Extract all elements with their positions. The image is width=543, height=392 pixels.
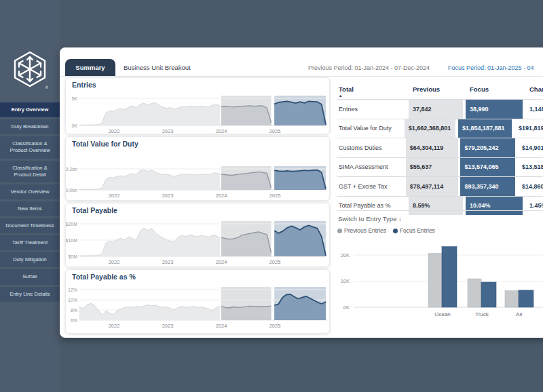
sidebar-item-entry-line-details[interactable]: Entry Line Details [0, 287, 60, 302]
svg-text:12%: 12% [68, 288, 77, 292]
legend-item-focus-entries[interactable]: Focus Entries [393, 227, 435, 234]
focus-value: 10.04% [466, 197, 523, 216]
svg-text:Air: Air [516, 311, 523, 317]
svg-text:2023: 2023 [162, 259, 174, 265]
sidebar-item-duty-mitigation[interactable]: Duty Mitigation [0, 252, 60, 267]
change-value: $13,518,428 [518, 158, 543, 177]
tab-divider [60, 76, 543, 77]
table-row-total-payable-as[interactable]: Total Payable as %8.59%10.04%1.45% [337, 196, 543, 216]
row-label: Customs Duties [337, 138, 406, 157]
svg-text:2025: 2025 [269, 259, 281, 265]
svg-text:20K: 20K [341, 252, 350, 258]
svg-text:2024: 2024 [216, 128, 227, 134]
entry-type-bar-chart-wrap: 0K10K20KOceanTruckAirRail [337, 235, 543, 324]
entries-chart-title: Entries [72, 81, 96, 89]
total-payable-pct-chart-title: Total Payable as % [72, 273, 136, 281]
tab-summary[interactable]: Summary [65, 59, 115, 76]
svg-text:0K: 0K [343, 305, 350, 311]
svg-text:Truck: Truck [475, 311, 489, 317]
svg-text:$0M: $0M [68, 254, 77, 259]
svg-text:2024: 2024 [216, 193, 227, 199]
svg-text:2022: 2022 [109, 323, 120, 329]
change-value: 1,148 [525, 100, 543, 119]
total-payable-chart-card: Total Payable $0M$10M$20M202220232024202… [65, 203, 330, 267]
svg-text:2025: 2025 [269, 323, 281, 329]
company-logo: ® [12, 50, 48, 91]
svg-text:0.0bn: 0.0bn [66, 188, 77, 193]
svg-text:$20M: $20M [66, 222, 77, 227]
entry-type-bar-chart[interactable]: 0K10K20KOceanTruckAirRail [337, 235, 543, 324]
svg-text:0K: 0K [71, 123, 77, 128]
svg-text:2024: 2024 [216, 259, 227, 265]
col-header-focus: Focus [466, 79, 523, 99]
dashboard-page: { "app": {"background": "#4a5a6b"}, "sid… [0, 0, 543, 392]
svg-text:8%: 8% [71, 308, 77, 313]
sidebar-item-classification-product-detail[interactable]: Classification & Product Detail [0, 161, 60, 182]
svg-text:6%: 6% [71, 318, 77, 323]
focus-value: $13,574,065 [460, 158, 515, 177]
registered-mark: ® [45, 85, 48, 90]
svg-text:10%: 10% [68, 298, 77, 302]
svg-text:Ocean: Ocean [434, 311, 451, 317]
tab-business-unit-breakout[interactable]: Business Unit Breakout [124, 64, 191, 71]
entries-chart-card: Entries 0K5K2022202320242025 [65, 77, 330, 134]
table-row-gst-excise-tax[interactable]: GST + Excise Tax$78,497,114$93,357,340$1… [337, 176, 543, 196]
svg-text:2022: 2022 [109, 193, 120, 199]
sidebar-item-new-items[interactable]: New Items [0, 201, 60, 216]
focus-value: $79,205,242 [460, 138, 515, 157]
change-value: 1.45% [525, 197, 543, 216]
table-row-total-value-for-duty[interactable]: Total Value for Duty$1,662,368,801$1,854… [337, 119, 543, 138]
legend-label: Focus Entries [400, 227, 435, 234]
change-value: $14,901,123 [518, 138, 543, 157]
col-header-previous: Previous [409, 79, 463, 99]
legend-label: Previous Entries [344, 227, 386, 234]
change-value: $191,819,080 [514, 119, 543, 138]
svg-text:0.2bn: 0.2bn [66, 167, 77, 172]
col-header-total: Total [337, 79, 409, 99]
svg-text:2023: 2023 [162, 193, 174, 199]
row-label: SIMA Assessment [337, 158, 406, 177]
svg-text:2025: 2025 [269, 193, 281, 199]
table-row-customs-duties[interactable]: Customs Duties$64,304,119$79,205,242$14,… [337, 138, 543, 157]
svg-text:2022: 2022 [109, 128, 120, 134]
previous-period-label: Previous Period: 01-Jan-2024 - 07-Dec-20… [308, 64, 430, 71]
hexagon-arrows-logo-icon: ® [12, 50, 48, 91]
previous-value: $55,637 [406, 158, 458, 177]
svg-text:2024: 2024 [216, 323, 227, 329]
table-row-entries[interactable]: Entries37,84238,9901,148 [337, 99, 543, 119]
table-row-sima-assessment[interactable]: SIMA Assessment$55,637$13,574,065$13,518… [337, 157, 543, 177]
svg-text:$10M: $10M [66, 238, 77, 243]
svg-text:2022: 2022 [109, 259, 120, 265]
legend-item-previous-entries[interactable]: Previous Entries [337, 227, 386, 234]
focus-period-label: Focus Period: 01-Jan-2025 - 04 [448, 64, 534, 71]
sidebar-item-entry-overview[interactable]: Entry Overview [0, 102, 60, 117]
row-label: Total Value for Duty [337, 119, 405, 138]
svg-text:2025: 2025 [269, 128, 281, 134]
svg-text:2023: 2023 [162, 323, 174, 329]
bar-chart-legend: Previous EntriesFocus Entries [337, 227, 435, 234]
sidebar-item-surtax[interactable]: Surtax [0, 269, 60, 284]
previous-value: $64,304,119 [406, 138, 458, 157]
previous-value: $78,497,114 [406, 177, 458, 196]
focus-value: $93,357,340 [460, 177, 515, 196]
previous-value: 8.59% [409, 197, 463, 216]
sort-ascending-icon[interactable]: ▲ [339, 94, 342, 98]
sidebar: ® Entry OverviewDuty BreakdownClassifica… [0, 0, 60, 392]
entries-area-chart[interactable]: 0K5K2022202320242025 [66, 78, 329, 134]
sidebar-item-document-timeliness[interactable]: Document Timeliness [0, 218, 60, 233]
change-value: $14,860,226 [518, 177, 543, 196]
sidebar-item-classification-product-overview[interactable]: Classification & Product Overview [0, 136, 60, 158]
total-payable-chart-title: Total Payable [72, 206, 117, 214]
sidebar-item-duty-breakdown[interactable]: Duty Breakdown [0, 119, 60, 134]
sidebar-nav: Entry OverviewDuty BreakdownClassificati… [0, 102, 60, 304]
report-panel: Summary Business Unit Breakout Previous … [60, 47, 543, 338]
section-divider [337, 210, 543, 211]
focus-value: 38,990 [466, 100, 523, 119]
previous-value: 37,842 [409, 100, 463, 119]
sidebar-item-vendor-overview[interactable]: Vendor Overview [0, 184, 60, 199]
previous-value: $1,662,368,801 [405, 119, 455, 138]
focus-value: $1,854,187,881 [458, 119, 512, 138]
row-label: GST + Excise Tax [337, 177, 406, 196]
sidebar-item-tariff-treatment[interactable]: Tariff Treatment [0, 235, 60, 250]
switch-to-entry-type-link[interactable]: Switch to Entry Type ↓ [338, 215, 402, 222]
